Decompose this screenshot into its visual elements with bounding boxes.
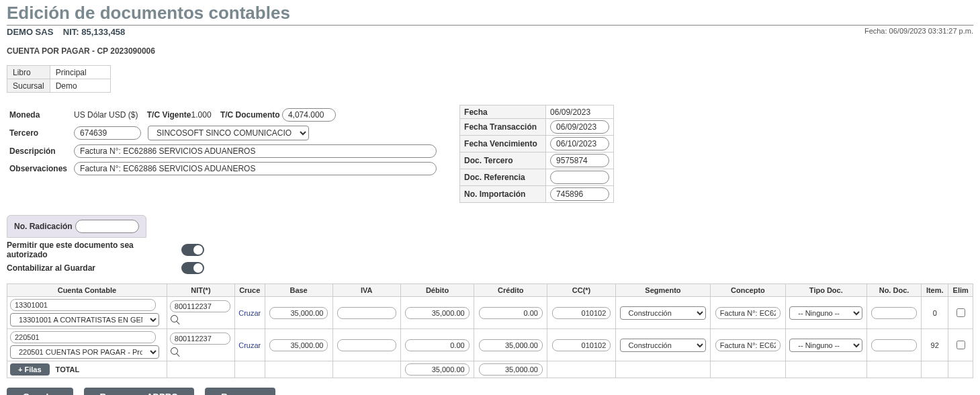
tc-doc-input[interactable]: [282, 108, 336, 122]
col-credito: Crédito: [474, 284, 547, 297]
col-nit: NIT(*): [167, 284, 234, 297]
allow-auth-label: Permitir que este documento sea autoriza…: [7, 240, 175, 259]
entries-table: Cuenta Contable NIT(*) Cruce Base IVA Dé…: [7, 283, 973, 378]
nit-input[interactable]: [170, 300, 230, 312]
debito-input[interactable]: [405, 307, 469, 319]
company-line: DEMO SAS NIT: 85,133,458: [7, 27, 125, 37]
right-form: Fecha 06/09/2023 Fecha Transacción Fecha…: [459, 105, 614, 203]
search-icon[interactable]: [170, 314, 181, 325]
no-radicacion-input[interactable]: [75, 220, 139, 233]
cruzar-link[interactable]: Cruzar: [238, 341, 261, 349]
moneda-value: US Dólar USD ($): [74, 110, 138, 120]
timestamp-label: Fecha:: [864, 27, 887, 35]
segmento-select[interactable]: Construcción: [620, 339, 707, 352]
no-import-input[interactable]: [550, 187, 609, 201]
total-label: TOTAL: [52, 365, 80, 374]
credito-input[interactable]: [479, 307, 543, 319]
nodoc-input[interactable]: [871, 307, 917, 319]
nit-input[interactable]: [170, 333, 230, 345]
total-debito: [405, 363, 469, 376]
col-nodoc: No. Doc.: [867, 284, 922, 297]
cuenta-code-input[interactable]: [10, 331, 156, 343]
page-title: Edición de documentos contables: [7, 3, 973, 24]
regresar-button[interactable]: Regresar: [205, 388, 275, 395]
tipodoc-select[interactable]: -- Ninguno --: [789, 339, 862, 352]
timestamp-value: 06/09/2023 03:31:27 p.m.: [889, 27, 973, 35]
item-value: 92: [921, 329, 948, 361]
total-credito: [479, 363, 543, 376]
contabilizar-toggle[interactable]: [181, 262, 204, 274]
table-row: 220501 CUENTAS POR PAGAR - Prove Cruzar …: [7, 329, 973, 361]
concepto-input[interactable]: [715, 339, 781, 351]
base-input[interactable]: [269, 339, 328, 351]
observaciones-input[interactable]: [74, 162, 437, 175]
elim-checkbox[interactable]: [956, 341, 965, 349]
company-name: DEMO SAS: [7, 27, 53, 37]
tercero-label: Tercero: [7, 125, 71, 141]
iva-input[interactable]: [337, 339, 396, 351]
sucursal-value: Demo: [50, 79, 110, 93]
fecha-venc-label: Fecha Vencimiento: [460, 136, 546, 152]
credito-input[interactable]: [479, 339, 543, 351]
no-radicacion-label: No. Radicación: [14, 222, 73, 231]
col-cc: CC(*): [547, 284, 615, 297]
col-segmento: Segmento: [615, 284, 711, 297]
libro-value: Principal: [50, 66, 110, 79]
cruzar-link[interactable]: Cruzar: [238, 309, 261, 317]
no-import-label: No. Importación: [460, 186, 546, 203]
guardar-button[interactable]: Guardar: [7, 388, 73, 395]
tc-vigente-label: T/C Vigente: [147, 110, 191, 120]
col-elim: Elim: [948, 284, 973, 297]
fecha-trans-input[interactable]: [550, 120, 609, 134]
col-debito: Débito: [400, 284, 474, 297]
col-iva: IVA: [332, 284, 400, 297]
allow-auth-toggle[interactable]: [181, 244, 204, 256]
segmento-select[interactable]: Construcción: [620, 306, 707, 320]
cc-input[interactable]: [552, 339, 611, 351]
doc-tercero-label: Doc. Tercero: [460, 152, 546, 169]
fecha-label: Fecha: [460, 105, 546, 119]
add-rows-button[interactable]: + Filas: [10, 363, 50, 376]
timestamp: Fecha: 06/09/2023 03:31:27 p.m.: [864, 27, 973, 35]
title-divider: [7, 25, 973, 26]
cuenta-code-input[interactable]: [10, 299, 156, 311]
doc-ref-input[interactable]: [550, 171, 609, 184]
col-tipodoc: Tipo Doc.: [785, 284, 866, 297]
tipodoc-select[interactable]: -- Ninguno --: [789, 306, 862, 320]
descripcion-input[interactable]: [74, 144, 437, 158]
debito-input[interactable]: [405, 339, 469, 351]
col-item: Item.: [921, 284, 948, 297]
left-form: Moneda US Dólar USD ($) T/C Vigente1.000…: [7, 105, 439, 179]
doc-ref-label: Doc. Referencia: [460, 169, 546, 186]
nodoc-input[interactable]: [871, 339, 917, 351]
table-row: 13301001 A CONTRATISTAS EN GENERAL Cruza…: [7, 297, 973, 329]
sucursal-label: Sucursal: [7, 79, 50, 93]
col-cruce: Cruce: [234, 284, 265, 297]
doc-tercero-input[interactable]: [550, 154, 609, 167]
fecha-venc-input[interactable]: [550, 137, 609, 150]
radicacion-group: No. Radicación: [7, 215, 146, 238]
elim-checkbox[interactable]: [956, 308, 965, 317]
item-value: 0: [921, 297, 948, 329]
cuenta-select[interactable]: 220501 CUENTAS POR PAGAR - Prove: [10, 345, 159, 359]
tc-doc-label: T/C Documento: [220, 110, 280, 120]
base-input[interactable]: [269, 307, 328, 319]
total-row: + Filas TOTAL: [7, 361, 973, 378]
concepto-input[interactable]: [715, 307, 781, 319]
fecha-value: 06/09/2023: [546, 105, 614, 119]
col-base: Base: [265, 284, 332, 297]
tercero-code-input[interactable]: [74, 126, 141, 140]
moneda-label: Moneda: [7, 107, 71, 122]
tercero-select[interactable]: SINCOSOFT SINCO COMUNICACIONES S.A.S: [148, 126, 309, 140]
iva-input[interactable]: [337, 307, 396, 319]
cc-input[interactable]: [552, 307, 611, 319]
descripcion-label: Descripción: [7, 144, 71, 159]
reversar-button[interactable]: Reversar a ADPRO: [84, 388, 195, 395]
cuenta-select[interactable]: 13301001 A CONTRATISTAS EN GENERAL: [10, 313, 159, 326]
nit-label: NIT:: [63, 27, 79, 37]
libro-label: Libro: [7, 66, 50, 79]
nit-value: 85,133,458: [81, 27, 125, 37]
meta-table: Libro Principal Sucursal Demo: [7, 65, 111, 93]
observaciones-label: Observaciones: [7, 161, 71, 176]
search-icon[interactable]: [170, 347, 181, 357]
